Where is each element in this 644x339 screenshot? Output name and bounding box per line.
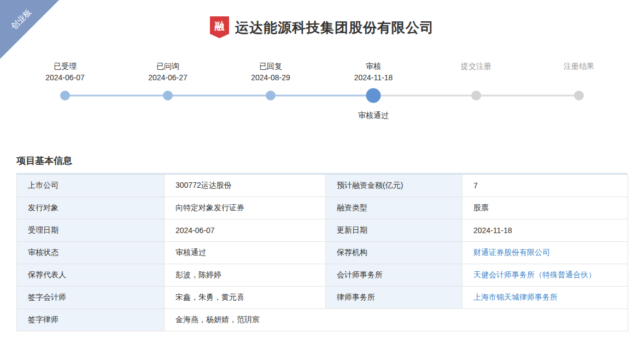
step-dot-icon [574,91,584,100]
step-date: 2024-06-07 [14,72,116,84]
label-sponsor-reps: 保荐代表人 [17,264,165,287]
page-title: 运达能源科技集团股份有限公司 [235,19,434,37]
table-row: 上市公司 300772运达股份 预计融资金额(亿元) 7 [17,175,628,197]
step-date: 2024-11-18 [322,72,425,84]
step-dot-icon [366,88,381,103]
step-label: 注册结果 [528,61,630,72]
value-signing-accountants: 宋鑫，朱勇，黄元喜 [165,287,326,309]
label-update-date: 更新日期 [326,219,462,242]
page-header: 融 运达能源科技集团股份有限公司 [0,16,644,39]
label-accounting-firm: 会计师事务所 [326,264,462,287]
label-listed-company: 上市公司 [17,175,165,197]
step-dot-icon [266,91,276,100]
label-accept-date: 受理日期 [17,219,165,242]
label-issue-target: 发行对象 [17,197,165,219]
value-sponsor-reps: 彭波，陈婷婷 [165,264,326,287]
rong-badge-icon: 融 [210,16,229,38]
step-label: 已回复 [219,61,322,72]
label-planned-amount: 预计融资金额(亿元) [326,175,462,197]
timeline-step-replied: 已回复 2024-08-29 [219,61,322,121]
step-label: 提交注册 [425,61,528,72]
law-firm-link[interactable]: 上海市锦天城律师事务所 [473,293,558,301]
timeline-step-review: 审核 2024-11-18 审核通过 [322,61,425,121]
sponsor-link[interactable]: 财通证券股份有限公司 [473,248,550,257]
label-law-firm: 律师事务所 [326,287,462,309]
value-financing-type: 股票 [462,197,628,219]
step-label: 审核 [322,61,425,72]
step-date [528,72,630,84]
step-dot-icon [60,91,70,100]
table-row: 受理日期 2024-06-07 更新日期 2024-11-18 [17,219,628,242]
table-row: 签字律师 金海燕，杨妍婧，范玥宸 [17,309,628,331]
table-row: 发行对象 向特定对象发行证券 融资类型 股票 [17,197,628,219]
table-row: 审核状态 审核通过 保荐机构 财通证券股份有限公司 [17,242,628,264]
step-label: 已受理 [14,61,116,72]
label-signing-accountants: 签字会计师 [17,287,165,309]
label-review-status: 审核状态 [17,242,165,264]
timeline-step-submit-registration: 提交注册 [425,61,528,121]
value-accept-date: 2024-06-07 [165,219,326,242]
value-issue-target: 向特定对象发行证券 [165,197,326,219]
accounting-firm-link[interactable]: 天健会计师事务所（特殊普通合伙） [473,270,596,279]
value-listed-company: 300772运达股份 [165,175,326,197]
step-label: 已问询 [116,61,219,72]
review-result-note: 审核通过 [322,111,425,121]
table-row: 保荐代表人 彭波，陈婷婷 会计师事务所 天健会计师事务所（特殊普通合伙） [17,264,628,287]
section-title-basic-info: 项目基本信息 [16,154,628,174]
label-sponsor: 保荐机构 [326,242,462,264]
timeline-step-registration-result: 注册结果 [528,61,630,121]
timeline-step-inquired: 已问询 2024-06-27 [116,61,219,121]
value-review-status: 审核通过 [165,242,326,264]
value-update-date: 2024-11-18 [462,219,628,242]
table-row: 签字会计师 宋鑫，朱勇，黄元喜 律师事务所 上海市锦天城律师事务所 [17,287,628,309]
value-signing-lawyers: 金海燕，杨妍婧，范玥宸 [165,309,628,331]
label-financing-type: 融资类型 [326,197,462,219]
project-info-table: 上市公司 300772运达股份 预计融资金额(亿元) 7 发行对象 向特定对象发… [16,174,628,331]
step-date: 2024-06-27 [116,72,219,84]
label-signing-lawyers: 签字律师 [17,309,165,331]
step-dot-icon [163,91,173,100]
step-dot-icon [471,91,481,100]
step-date: 2024-08-29 [219,72,322,84]
review-timeline: 已受理 2024-06-07 已问询 2024-06-27 已回复 2024-0… [14,61,630,121]
value-planned-amount: 7 [462,175,628,197]
step-date [425,72,528,84]
timeline-step-accepted: 已受理 2024-06-07 [14,61,116,121]
